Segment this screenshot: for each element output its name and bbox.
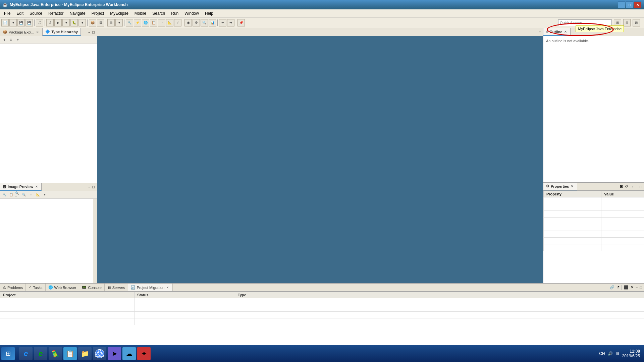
tab-package-explorer[interactable]: 📦 Package Expl... ✕: [0, 28, 43, 36]
bottom-minimize[interactable]: −: [635, 286, 638, 290]
new-dropdown[interactable]: ▾: [9, 19, 17, 26]
clipboard-icon[interactable]: 📋: [63, 347, 77, 360]
perspective-switch-3[interactable]: ⊠: [633, 19, 640, 26]
image-preview-maximize[interactable]: □: [91, 185, 96, 189]
menu-edit[interactable]: Edit: [14, 10, 26, 16]
properties-toolbar-3[interactable]: →: [629, 185, 634, 189]
debug-button[interactable]: 🐛: [70, 19, 78, 26]
tab-web-browser[interactable]: 🌐 Web Browser: [46, 284, 79, 291]
properties-toolbar-1[interactable]: ⊞: [619, 184, 624, 189]
print-button[interactable]: 🖨: [36, 19, 43, 26]
image-zoom-out[interactable]: 🔍-: [21, 192, 28, 198]
menu-navigate[interactable]: Navigate: [67, 10, 88, 16]
ie-icon[interactable]: e: [19, 347, 33, 360]
properties-toolbar-2[interactable]: ↺: [624, 184, 629, 189]
btn-16[interactable]: 📊: [209, 19, 216, 26]
btn-13[interactable]: ◉: [184, 19, 192, 26]
deploy-button[interactable]: 📦: [89, 19, 96, 26]
quick-access-input[interactable]: [558, 19, 612, 26]
btn-18[interactable]: ➡: [227, 19, 234, 26]
image-zoom-in[interactable]: 🔍+: [15, 192, 21, 198]
bottom-clear-btn[interactable]: ✕: [630, 285, 634, 290]
menu-search[interactable]: Search: [150, 10, 168, 16]
folder-icon[interactable]: 📁: [78, 347, 92, 360]
menu-myeclipse[interactable]: MyEclipse: [107, 10, 131, 16]
btn-9[interactable]: 📋: [150, 19, 157, 26]
view-menu-button[interactable]: ▾: [15, 37, 21, 43]
image-view-menu[interactable]: ▾: [42, 192, 48, 198]
server-button[interactable]: 🖥: [97, 19, 104, 26]
minimize-button[interactable]: ─: [618, 1, 625, 8]
properties-toolbar-4[interactable]: −: [635, 185, 638, 189]
refresh-button[interactable]: ↺: [46, 19, 54, 26]
btn-12[interactable]: ✓: [174, 19, 181, 26]
close-button[interactable]: ✕: [634, 1, 641, 8]
menu-window[interactable]: Window: [182, 10, 202, 16]
left-panel-minimize[interactable]: −: [87, 30, 91, 34]
menu-project[interactable]: Project: [89, 10, 107, 16]
bottom-stop-btn[interactable]: ⬛: [623, 285, 629, 290]
outline-close[interactable]: ✕: [564, 30, 568, 34]
ie-icon-2[interactable]: e: [34, 347, 47, 360]
tab-servers[interactable]: 🖥 Servers: [105, 284, 128, 291]
btn-7[interactable]: ⚡: [134, 19, 141, 26]
btn-6[interactable]: 🔧: [126, 19, 133, 26]
taskbar-speaker-icon[interactable]: 🔊: [608, 351, 613, 356]
arrow-app-icon[interactable]: ➤: [108, 347, 121, 360]
perspective-switch-2[interactable]: ⊟: [623, 19, 631, 26]
tab-tasks[interactable]: ✓ Tasks: [26, 284, 45, 291]
btn-19[interactable]: 📌: [237, 19, 245, 26]
properties-toolbar-5[interactable]: □: [639, 185, 643, 189]
image-toolbar-1[interactable]: 🔧: [1, 192, 7, 198]
collapse-all-button[interactable]: ⬆: [1, 37, 7, 43]
taskbar-screen-icon[interactable]: 🖥: [615, 351, 620, 356]
tab-problems[interactable]: ⚠ Problems: [0, 284, 26, 291]
run-dropdown[interactable]: ▾: [62, 19, 70, 26]
package-explorer-close[interactable]: ✕: [36, 31, 40, 34]
btn-15[interactable]: 🔍: [201, 19, 208, 26]
menu-help[interactable]: Help: [202, 10, 216, 16]
btn-8[interactable]: 🌐: [142, 19, 149, 26]
cloud-app-icon[interactable]: ☁: [122, 347, 136, 360]
btn-14[interactable]: ⚙: [193, 19, 200, 26]
editor-minimize[interactable]: −: [534, 30, 538, 34]
project-migration-close[interactable]: ✕: [166, 286, 170, 289]
save-all-button[interactable]: 💾: [25, 19, 33, 26]
parrot-icon[interactable]: 🦜: [49, 347, 62, 360]
menu-refactor[interactable]: Refactor: [46, 10, 66, 16]
maximize-button[interactable]: □: [626, 1, 633, 8]
bottom-maximize[interactable]: □: [639, 286, 643, 290]
image-preview-minimize[interactable]: −: [87, 185, 91, 189]
tab-image-preview[interactable]: 🖼 Image Preview ✕: [0, 183, 42, 191]
image-fit[interactable]: ↔: [28, 192, 34, 198]
perspective-btn[interactable]: ⊞: [107, 19, 115, 26]
btn-10[interactable]: ↔: [158, 19, 165, 26]
bottom-toolbar-sync[interactable]: ↺: [616, 285, 620, 290]
properties-close[interactable]: ✕: [570, 185, 574, 188]
menu-run[interactable]: Run: [168, 10, 181, 16]
btn-11[interactable]: 📐: [166, 19, 173, 26]
btn-17[interactable]: ⬅: [219, 19, 226, 26]
bottom-toolbar-link[interactable]: 🔗: [609, 285, 615, 290]
tab-project-migration[interactable]: 🔄 Project Migration ✕: [128, 284, 173, 291]
scrollbar-vertical[interactable]: [93, 199, 97, 283]
save-button[interactable]: 💾: [17, 19, 25, 26]
tab-properties[interactable]: ⚙ Properties ✕: [543, 183, 577, 190]
tab-outline[interactable]: ≡ Outline ✕: [543, 28, 571, 36]
start-button[interactable]: ⊞: [1, 347, 15, 360]
debug-dropdown[interactable]: ▾: [78, 19, 86, 26]
left-panel-maximize[interactable]: □: [91, 30, 96, 34]
menu-file[interactable]: File: [1, 10, 13, 16]
editor-content[interactable]: [97, 36, 543, 283]
menu-mobile[interactable]: Mobile: [132, 10, 149, 16]
image-original[interactable]: 📐: [35, 192, 41, 198]
run-button[interactable]: ▶: [54, 19, 62, 26]
image-toolbar-2[interactable]: 📋: [8, 192, 14, 198]
myeclipse-icon[interactable]: ✦: [137, 347, 151, 360]
link-button[interactable]: ⬇: [8, 37, 14, 43]
perspective-dropdown[interactable]: ▾: [115, 19, 123, 26]
tab-console[interactable]: 📟 Console: [79, 284, 104, 291]
editor-maximize[interactable]: □: [538, 30, 542, 34]
image-preview-close[interactable]: ✕: [35, 185, 39, 188]
tab-type-hierarchy[interactable]: 🔷 Type Hierarchy: [43, 28, 81, 36]
